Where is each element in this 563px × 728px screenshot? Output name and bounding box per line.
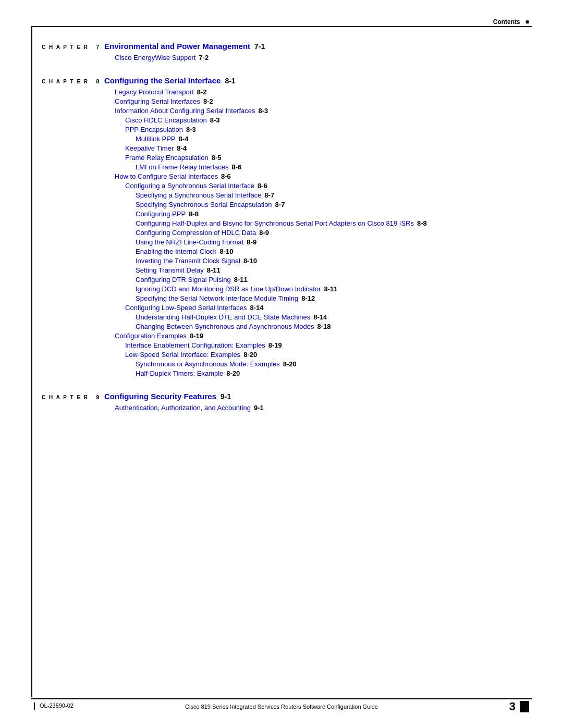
footer-guide-title: Cisco 819 Series Integrated Services Rou… (185, 704, 378, 710)
bottom-rule (31, 698, 532, 699)
chapter-8-label: C H A P T E R 8 (42, 79, 104, 84)
toc-page: 8-4 (177, 144, 187, 152)
toc-page: 8-11 (207, 266, 221, 274)
toc-entry: Configuring Half-Duplex and Bisync for S… (136, 219, 529, 227)
toc-link[interactable]: Synchronous or Asynchronous Mode: Exampl… (136, 360, 280, 368)
toc-link[interactable]: Ignoring DCD and Monitoring DSR as Line … (136, 285, 321, 293)
chapter-7-section: C H A P T E R 7 Environmental and Power … (42, 42, 529, 61)
toc-link[interactable]: Configuring Low-Speed Serial Interfaces (125, 304, 247, 312)
toc-link[interactable]: Keepalive Timer (125, 144, 174, 152)
toc-link[interactable]: Configuring PPP (136, 210, 186, 218)
toc-entry: LMI on Frame Relay Interfaces8-6 (136, 163, 529, 171)
toc-link[interactable]: LMI on Frame Relay Interfaces (136, 163, 228, 171)
chapter-9-entries: Authentication, Authorization, and Accou… (115, 404, 529, 412)
footer-doc-number: OL-23590-02 (34, 702, 74, 710)
toc-entry: Configuring Low-Speed Serial Interfaces8… (125, 304, 529, 312)
toc-link[interactable]: Specifying a Synchronous Serial Interfac… (136, 191, 261, 199)
toc-link[interactable]: PPP Encapsulation (125, 126, 183, 133)
toc-entry: Specifying Synchronous Serial Encapsulat… (136, 201, 529, 208)
toc-page: 8-9 (259, 229, 269, 237)
toc-page: 8-6 (221, 172, 231, 180)
toc-link[interactable]: Configuring Compression of HDLC Data (136, 229, 256, 237)
toc-entry: Configuring Serial Interfaces8-2 (115, 97, 529, 105)
toc-entry: Configuring a Synchronous Serial Interfa… (125, 182, 529, 190)
toc-entry: Specifying the Serial Network Interface … (136, 294, 529, 302)
toc-entry: PPP Encapsulation8-3 (125, 126, 529, 133)
toc-entry: Ignoring DCD and Monitoring DSR as Line … (136, 285, 529, 293)
toc-link[interactable]: Configuring Serial Interfaces (115, 97, 200, 105)
top-rule (31, 26, 532, 27)
toc-link[interactable]: Cisco EnergyWise Support (115, 54, 195, 61)
toc-link[interactable]: Information About Configuring Serial Int… (115, 107, 255, 115)
toc-page: 8-9 (247, 238, 256, 246)
toc-page: 8-10 (219, 248, 233, 255)
toc-entry: Configuring DTR Signal Pulsing8-11 (136, 276, 529, 283)
left-vertical-rule (31, 26, 32, 697)
toc-link[interactable]: Specifying Synchronous Serial Encapsulat… (136, 201, 272, 208)
toc-page: 8-12 (301, 294, 315, 302)
header-contents: Contents ■ (493, 18, 529, 26)
toc-entry: Configuring Compression of HDLC Data8-9 (136, 229, 529, 237)
toc-entry: Multilink PPP8-4 (136, 135, 529, 143)
toc-link[interactable]: Half-Duplex Timers: Example (136, 369, 223, 377)
toc-link[interactable]: Changing Between Synchronous and Asynchr… (136, 323, 314, 330)
chapter-9-title[interactable]: Configuring Security Features (104, 392, 216, 401)
toc-link[interactable]: Frame Relay Encapsulation (125, 154, 209, 162)
toc-page: 8-5 (212, 154, 222, 162)
toc-link[interactable]: Specifying the Serial Network Interface … (136, 294, 298, 302)
chapter-7-entries: Cisco EnergyWise Support 7-2 (115, 54, 529, 61)
toc-link[interactable]: Interface Enablement Configuration: Exam… (125, 341, 265, 349)
chapter-8-section: C H A P T E R 8 Configuring the Serial I… (42, 76, 529, 377)
chapter-9-header-row: C H A P T E R 9 Configuring Security Fea… (42, 392, 529, 401)
footer-page-number: 3 (509, 700, 529, 713)
toc-entry: Configuring PPP8-8 (136, 210, 529, 218)
toc-entry: Specifying a Synchronous Serial Interfac… (136, 191, 529, 199)
toc-entry: Legacy Protocol Transport8-2 (115, 88, 529, 96)
toc-page: 8-10 (243, 257, 257, 265)
toc-entry: Inverting the Transmit Clock Signal8-10 (136, 257, 529, 265)
toc-link[interactable]: Enabling the Internal Clock (136, 248, 216, 255)
toc-link[interactable]: Configuring Half-Duplex and Bisync for S… (136, 219, 414, 227)
chapter-9-label: C H A P T E R 9 (42, 394, 104, 400)
chapter-9-section: C H A P T E R 9 Configuring Security Fea… (42, 392, 529, 412)
toc-page: 8-14 (250, 304, 263, 312)
toc-entry: Using the NRZI Line-Coding Format8-9 (136, 238, 529, 246)
toc-page: 8-18 (317, 323, 331, 330)
toc-link[interactable]: Cisco HDLC Encapsulation (125, 116, 207, 124)
toc-entry: Interface Enablement Configuration: Exam… (125, 341, 529, 349)
toc-link[interactable]: Authentication, Authorization, and Accou… (115, 404, 251, 412)
toc-link[interactable]: Setting Transmit Delay (136, 266, 204, 274)
toc-page: 8-4 (179, 135, 189, 143)
toc-entry: Frame Relay Encapsulation8-5 (125, 154, 529, 162)
toc-entry: Low-Speed Serial Interface: Examples8-20 (125, 351, 529, 359)
toc-entry: Cisco EnergyWise Support 7-2 (115, 54, 529, 61)
toc-link[interactable]: Configuring a Synchronous Serial Interfa… (125, 182, 254, 190)
toc-link[interactable]: How to Configure Serial Interfaces (115, 172, 218, 180)
toc-link[interactable]: Understanding Half-Duplex DTE and DCE St… (136, 313, 310, 321)
chapter-7-title[interactable]: Environmental and Power Management (104, 42, 250, 51)
chapter-8-header-row: C H A P T E R 8 Configuring the Serial I… (42, 76, 529, 85)
toc-link[interactable]: Inverting the Transmit Clock Signal (136, 257, 240, 265)
toc-page: 8-11 (324, 285, 338, 293)
toc-page: 8-7 (275, 201, 285, 208)
chapter-8-title[interactable]: Configuring the Serial Interface (104, 76, 221, 85)
toc-entry: How to Configure Serial Interfaces8-6 (115, 172, 529, 180)
toc-link[interactable]: Low-Speed Serial Interface: Examples (125, 351, 240, 359)
chapter-8-entries: Legacy Protocol Transport8-2Configuring … (115, 88, 529, 377)
toc-link[interactable]: Configuration Examples (115, 332, 187, 340)
toc-entry: Information About Configuring Serial Int… (115, 107, 529, 115)
toc-link[interactable]: Using the NRZI Line-Coding Format (136, 238, 243, 246)
toc-page: 8-3 (259, 107, 268, 115)
toc-entry: Changing Between Synchronous and Asynchr… (136, 323, 529, 330)
chapter-7-label: C H A P T E R 7 (42, 44, 104, 50)
toc-page: 8-20 (243, 351, 257, 359)
toc-page: 8-8 (417, 219, 427, 227)
chapter-7-header-row: C H A P T E R 7 Environmental and Power … (42, 42, 529, 51)
toc-page: 8-7 (264, 191, 274, 199)
toc-link[interactable]: Configuring DTR Signal Pulsing (136, 276, 231, 283)
toc-entry: Authentication, Authorization, and Accou… (115, 404, 529, 412)
footer-right-icon (520, 701, 529, 712)
toc-entry: Keepalive Timer8-4 (125, 144, 529, 152)
toc-link[interactable]: Legacy Protocol Transport (115, 88, 194, 96)
toc-link[interactable]: Multilink PPP (136, 135, 176, 143)
